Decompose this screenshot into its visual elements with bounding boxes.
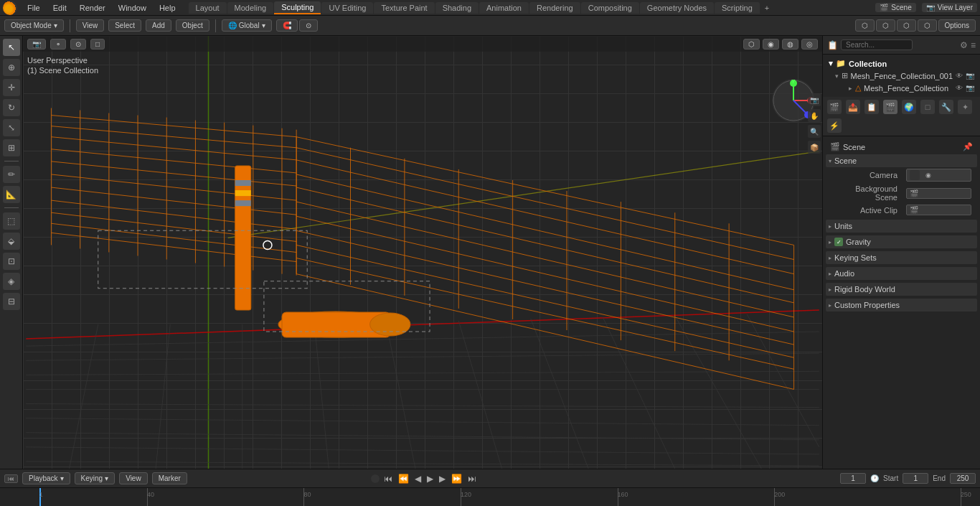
props-pin-icon[interactable]: 📌 [963, 142, 973, 151]
viewport-overlay[interactable]: ⊙ [70, 39, 86, 50]
tab-sculpting[interactable]: Sculpting [274, 1, 321, 14]
shading-solid[interactable]: ⬡ [876, 19, 895, 32]
tab-geometry-nodes[interactable]: Geometry Nodes [640, 2, 714, 14]
tab-compositing[interactable]: Compositing [581, 2, 639, 14]
menu-edit[interactable]: Edit [47, 2, 72, 14]
tab-scripting[interactable]: Scripting [715, 2, 760, 14]
current-frame-input[interactable]: 1 [840, 473, 866, 484]
mode-selector[interactable]: Object Mode ▾ [4, 19, 64, 32]
world-props-icon[interactable]: 🌍 [902, 100, 916, 114]
menu-file[interactable]: File [22, 2, 46, 14]
move-view-tool[interactable]: ✋ [808, 109, 821, 122]
scale-tool[interactable]: ⤡ [3, 119, 20, 136]
start-frame-input[interactable]: 1 [903, 473, 928, 484]
step-back-button[interactable]: ◀ [413, 474, 423, 484]
object-props-icon[interactable]: □ [920, 100, 935, 114]
scene-section-header[interactable]: ▾ Scene [826, 154, 977, 167]
add-menu[interactable]: Add [146, 19, 171, 32]
menu-help[interactable]: Help [154, 2, 182, 14]
render-icon-1[interactable]: 📷 [966, 72, 974, 80]
particles-props-icon[interactable]: ✦ [958, 100, 972, 114]
render-props-icon[interactable]: 🎬 [827, 100, 842, 114]
select-tool[interactable]: ↖ [3, 39, 20, 56]
tab-animation[interactable]: Animation [479, 2, 529, 14]
tab-layout[interactable]: Layout [189, 2, 227, 14]
jump-end-button[interactable]: ⏭ [466, 474, 478, 484]
outliner-search[interactable] [841, 39, 913, 50]
shading-material[interactable]: ⬡ [897, 19, 916, 32]
view-layer-props-icon[interactable]: 📋 [864, 100, 879, 114]
jump-next-button[interactable]: ⏩ [450, 474, 463, 484]
render-icon-2[interactable]: 📷 [966, 84, 974, 92]
add-cube-tool[interactable]: ⬚ [3, 212, 20, 230]
add-workspace-button[interactable]: + [760, 2, 773, 14]
wireframe-shading[interactable]: ⬡ [743, 39, 760, 50]
view-timeline-menu[interactable]: View [119, 472, 148, 484]
units-section-header[interactable]: ▸ Units [826, 220, 977, 233]
marker-menu[interactable]: Marker [152, 472, 187, 484]
output-props-icon[interactable]: 📤 [846, 100, 860, 114]
tab-rendering[interactable]: Rendering [529, 2, 580, 14]
filter-icon[interactable]: ⚙ [960, 40, 968, 50]
viewport-render-mode[interactable]: ⚬ [50, 39, 66, 50]
keying-sets-header[interactable]: ▸ Keying Sets [826, 251, 977, 264]
menu-window[interactable]: Window [113, 2, 152, 14]
material-shading[interactable]: ◍ [782, 39, 798, 50]
camera-browse-icon[interactable]: ◉ [925, 172, 931, 179]
modifier-props-icon[interactable]: 🔧 [939, 100, 953, 114]
visibility-icon-2[interactable]: 👁 [956, 84, 963, 92]
zoom-view-tool[interactable]: 🔍 [808, 125, 821, 138]
cursor-tool[interactable]: ⊕ [3, 59, 20, 76]
options-btn[interactable]: Options [938, 19, 976, 32]
scene-selector[interactable]: 🎬 Scene [875, 3, 915, 12]
extrude-tool[interactable]: ⬙ [3, 233, 20, 250]
bg-scene-value[interactable]: 🎬 [906, 188, 971, 199]
end-frame-input[interactable]: 250 [950, 473, 976, 484]
active-clip-value[interactable]: 🎬 [906, 205, 971, 215]
transform-tool[interactable]: ⊞ [3, 139, 20, 156]
record-button[interactable] [371, 474, 380, 483]
global-selector[interactable]: 🌐 Global ▾ [222, 19, 272, 32]
tab-texture-paint[interactable]: Texture Paint [374, 2, 434, 14]
keying-menu[interactable]: Keying ▾ [75, 472, 116, 484]
inset-tool[interactable]: ⊡ [3, 253, 20, 270]
rotate-tool[interactable]: ↻ [3, 99, 20, 116]
viewport[interactable]: 📷 ⚬ ⊙ □ ⬡ ◉ ◍ ◎ User Perspective (1) Sce… [23, 36, 822, 469]
collection-view-tool[interactable]: 📦 [808, 141, 821, 154]
tab-uv-editing[interactable]: UV Editing [321, 2, 373, 14]
step-forward-button[interactable]: ▶ [438, 474, 447, 484]
view-menu[interactable]: View [76, 19, 105, 32]
tab-shading[interactable]: Shading [435, 2, 479, 14]
proportional-edit[interactable]: ⊙ [299, 19, 318, 32]
snap-toggle[interactable]: 🧲 [276, 19, 298, 32]
gravity-section-header[interactable]: ▸ ✓ Gravity [826, 235, 977, 248]
rigid-body-header[interactable]: ▸ Rigid Body World [826, 283, 977, 296]
sort-icon[interactable]: ≡ [971, 40, 976, 50]
scene-props-icon[interactable]: 🎬 [883, 100, 897, 114]
audio-header[interactable]: ▸ Audio [826, 267, 977, 280]
move-tool[interactable]: ✛ [3, 79, 20, 96]
viewport-camera-selector[interactable]: 📷 [27, 39, 46, 50]
measure-tool[interactable]: 📐 [3, 186, 20, 203]
camera-view-tool[interactable]: 📷 [808, 93, 821, 106]
mesh-fence-item[interactable]: ▸ △ Mesh_Fence_Collection 👁 📷 [826, 82, 977, 94]
shading-wire[interactable]: ⬡ [855, 19, 875, 32]
tab-modeling[interactable]: Modeling [227, 2, 274, 14]
object-menu[interactable]: Object [176, 19, 209, 32]
camera-value[interactable]: ◉ [906, 169, 971, 182]
play-button[interactable]: ▶ [425, 474, 435, 484]
solid-shading[interactable]: ◉ [763, 39, 779, 50]
timeline-ruler[interactable]: 1 40 80 120 160 200 250 [0, 488, 980, 506]
select-menu[interactable]: Select [108, 19, 141, 32]
gravity-checkbox[interactable]: ✓ [834, 238, 843, 246]
jump-start-button[interactable]: ⏮ [382, 474, 394, 484]
menu-render[interactable]: Render [74, 2, 111, 14]
viewport-xray[interactable]: □ [90, 39, 105, 50]
loop-cut-tool[interactable]: ⊟ [3, 293, 20, 310]
visibility-icon-1[interactable]: 👁 [956, 72, 963, 80]
playback-menu[interactable]: Playback ▾ [22, 472, 70, 484]
shading-rendered[interactable]: ⬡ [918, 19, 937, 32]
jump-prev-button[interactable]: ⏪ [397, 474, 410, 484]
annotate-tool[interactable]: ✏ [3, 166, 20, 183]
view-layer-selector[interactable]: 📷 View Layer [922, 3, 977, 12]
